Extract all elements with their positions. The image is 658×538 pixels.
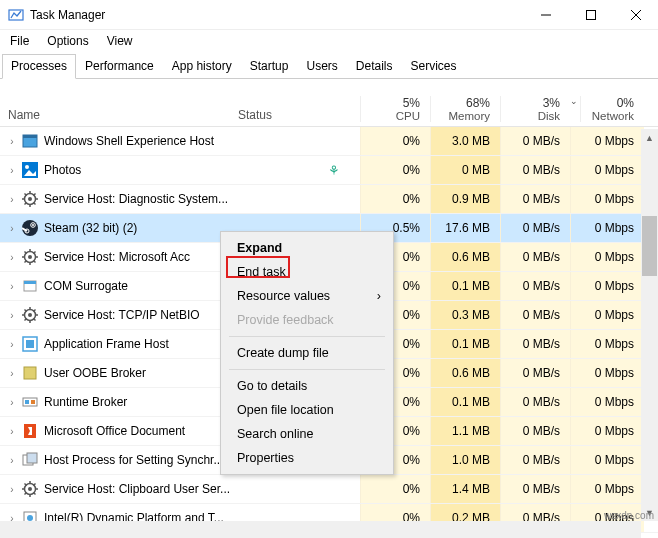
tab-users[interactable]: Users [297,54,346,78]
expand-chevron-icon[interactable]: › [6,397,18,408]
host-icon [22,452,38,468]
process-row[interactable]: ›Photos⚘0%0 MB0 MB/s0 Mbps [0,156,658,185]
tab-processes[interactable]: Processes [2,54,76,79]
expand-chevron-icon[interactable]: › [6,136,18,147]
svg-rect-51 [31,400,35,404]
ctx-go-to-details[interactable]: Go to details [223,374,391,398]
tab-startup[interactable]: Startup [241,54,298,78]
disk-cell: 0 MB/s [500,272,570,300]
menu-view[interactable]: View [107,34,133,48]
office-icon [22,423,38,439]
memory-cell: 0.3 MB [430,301,500,329]
header-network[interactable]: 0%Network [580,96,644,122]
process-name-cell: ›Service Host: TCP/IP NetBIO [0,307,238,323]
process-name-cell: ›Microsoft Office Document [0,423,238,439]
header-cpu[interactable]: 5%CPU [360,96,430,122]
network-cell: 0 Mbps [570,243,644,271]
network-cell: 0 Mbps [570,185,644,213]
scrollbar-thumb[interactable] [642,216,657,276]
header-disk[interactable]: 3%Disk [500,96,570,122]
header-status[interactable]: Status [238,108,360,122]
expand-chevron-icon[interactable]: › [6,310,18,321]
close-button[interactable] [613,0,658,30]
memory-cell: 17.6 MB [430,214,500,242]
svg-rect-47 [26,340,34,348]
expand-chevron-icon[interactable]: › [6,252,18,263]
menu-file[interactable]: File [10,34,29,48]
memory-cell: 0.6 MB [430,243,500,271]
expand-chevron-icon[interactable]: › [6,426,18,437]
process-name-label: Service Host: Clipboard User Ser... [44,482,230,496]
header-name[interactable]: Name [0,108,238,122]
process-name-cell: ›COM Surrogate [0,278,238,294]
ctx-resource-values[interactable]: Resource values [223,284,391,308]
svg-line-45 [25,319,27,321]
svg-line-44 [34,310,36,312]
ctx-search-online[interactable]: Search online [223,422,391,446]
svg-line-15 [25,194,27,196]
svg-point-10 [28,197,32,201]
ctx-properties[interactable]: Properties [223,446,391,470]
process-name-label: Steam (32 bit) (2) [44,221,137,235]
disk-cell: 0 MB/s [500,127,570,155]
network-cell: 0 Mbps [570,127,644,155]
expand-chevron-icon[interactable]: › [6,455,18,466]
expand-chevron-icon[interactable]: › [6,194,18,205]
svg-line-42 [25,310,27,312]
process-row[interactable]: ›Service Host: Diagnostic System...0%0.9… [0,185,658,214]
header-memory[interactable]: 68%Memory [430,96,500,122]
process-row[interactable]: ›Service Host: Clipboard User Ser...0%1.… [0,475,658,504]
process-name-cell: ›Steam (32 bit) (2) [0,220,238,236]
disk-cell: 0 MB/s [500,156,570,184]
ctx-open-file-location[interactable]: Open file location [223,398,391,422]
tab-performance[interactable]: Performance [76,54,163,78]
memory-cell: 3.0 MB [430,127,500,155]
svg-rect-48 [24,367,36,379]
expand-chevron-icon[interactable]: › [6,339,18,350]
disk-cell: 0 MB/s [500,243,570,271]
process-name-label: Service Host: Diagnostic System... [44,192,228,206]
svg-line-63 [34,484,36,486]
ctx-expand[interactable]: Expand [223,236,391,260]
ctx-end-task[interactable]: End task [223,260,391,284]
horizontal-scrollbar[interactable] [0,521,641,538]
gear-icon [22,249,38,265]
ctx-separator [229,336,385,337]
memory-cell: 1.1 MB [430,417,500,445]
expand-chevron-icon[interactable]: › [6,484,18,495]
expand-chevron-icon[interactable]: › [6,368,18,379]
svg-line-33 [25,261,27,263]
menu-options[interactable]: Options [47,34,88,48]
watermark: wsxdn.com [604,510,654,521]
tab-details[interactable]: Details [347,54,402,78]
process-name-cell: ›Service Host: Clipboard User Ser... [0,481,238,497]
tab-services[interactable]: Services [402,54,466,78]
expand-chevron-icon[interactable]: › [6,165,18,176]
maximize-button[interactable] [568,0,613,30]
ctx-create-dump[interactable]: Create dump file [223,341,391,365]
memory-cell: 0.1 MB [430,330,500,358]
svg-line-31 [34,261,36,263]
process-name-label: Service Host: TCP/IP NetBIO [44,308,200,322]
svg-rect-50 [25,400,29,404]
network-cell: 0 Mbps [570,214,644,242]
context-menu: Expand End task Resource values Provide … [220,231,394,475]
minimize-button[interactable] [523,0,568,30]
svg-line-18 [25,203,27,205]
ctx-separator [229,369,385,370]
process-row[interactable]: ›Windows Shell Experience Host0%3.0 MB0 … [0,127,658,156]
cpu-cell: 0% [360,127,430,155]
process-name-cell: ›Application Frame Host [0,336,238,352]
vertical-scrollbar[interactable]: ▲ ▼ [641,129,658,521]
gear-icon [22,481,38,497]
steam-icon [22,220,38,236]
process-name-label: Service Host: Microsoft Acc [44,250,190,264]
svg-line-16 [34,203,36,205]
expand-chevron-icon[interactable]: › [6,223,18,234]
memory-cell: 0.1 MB [430,388,500,416]
expand-chevron-icon[interactable]: › [6,281,18,292]
tab-app-history[interactable]: App history [163,54,241,78]
cpu-cell: 0% [360,475,430,503]
scroll-up-button[interactable]: ▲ [641,129,658,146]
process-name-cell: ›Runtime Broker [0,394,238,410]
